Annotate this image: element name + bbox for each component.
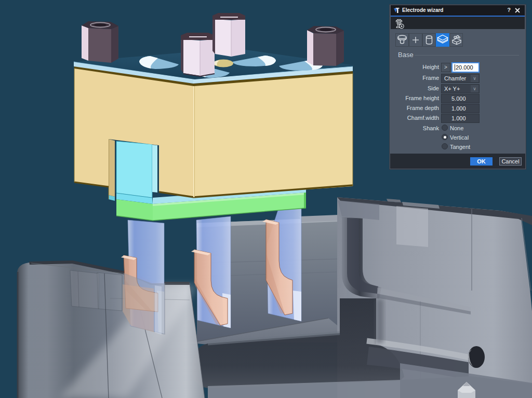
svg-text:B: B xyxy=(458,36,460,39)
